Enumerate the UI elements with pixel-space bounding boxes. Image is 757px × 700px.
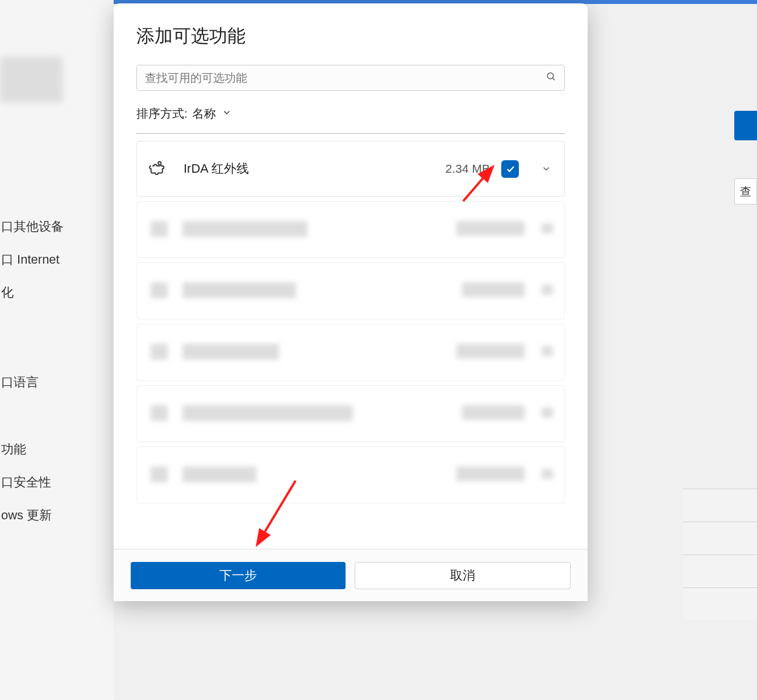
puzzle-icon bbox=[148, 160, 167, 178]
bg-nav-item: 口其他设备 bbox=[0, 210, 114, 243]
features-list[interactable]: IrDA 红外线 2.34 MB bbox=[136, 133, 565, 519]
feature-row-blurred bbox=[136, 447, 565, 503]
sort-label: 排序方式: bbox=[136, 106, 188, 122]
dialog-content: 添加可选功能 排序方式: 名称 bbox=[114, 3, 588, 549]
bg-right-button-accent bbox=[734, 111, 757, 140]
feature-row-blurred bbox=[136, 262, 565, 319]
dialog-footer: 下一步 取消 bbox=[114, 549, 588, 601]
feature-size: 2.34 MB bbox=[446, 162, 490, 176]
bg-right-button-outline: 查 bbox=[734, 178, 757, 205]
add-optional-feature-dialog: 添加可选功能 排序方式: 名称 bbox=[114, 3, 588, 601]
bg-nav-item: 化 bbox=[0, 276, 114, 309]
feature-name: IrDA 红外线 bbox=[184, 160, 434, 177]
svg-point-0 bbox=[547, 73, 554, 79]
sort-value: 名称 bbox=[192, 106, 216, 122]
chevron-down-icon bbox=[222, 107, 232, 120]
feature-checkbox-checked[interactable] bbox=[501, 160, 519, 178]
bg-nav-item: 口 Internet bbox=[0, 243, 114, 276]
bg-nav-item: 功能 bbox=[0, 433, 114, 466]
feature-row-irda[interactable]: IrDA 红外线 2.34 MB bbox=[136, 141, 565, 197]
dialog-title: 添加可选功能 bbox=[136, 24, 565, 49]
search-icon bbox=[546, 72, 556, 85]
bg-right-list-rows bbox=[683, 489, 757, 602]
bg-right-button-label: 查 bbox=[740, 184, 751, 199]
sort-dropdown[interactable]: 排序方式: 名称 bbox=[136, 106, 565, 133]
bg-nav-item: 口安全性 bbox=[0, 466, 114, 499]
search-input-container[interactable] bbox=[136, 65, 565, 91]
bg-nav-list: 口其他设备 口 Internet 化 口语言 功能 口安全性 ows 更新 bbox=[0, 210, 114, 532]
feature-row-blurred bbox=[136, 201, 565, 258]
bg-nav-item: 口语言 bbox=[0, 366, 114, 399]
next-button[interactable]: 下一步 bbox=[131, 562, 346, 589]
svg-line-1 bbox=[552, 78, 555, 80]
feature-row-blurred bbox=[136, 385, 565, 442]
feature-row-blurred bbox=[136, 324, 565, 381]
chevron-down-icon[interactable] bbox=[539, 164, 553, 174]
bg-nav-item: ows 更新 bbox=[0, 499, 114, 532]
bg-user-avatar-blur bbox=[0, 57, 63, 102]
cancel-button[interactable]: 取消 bbox=[355, 562, 571, 589]
search-input[interactable] bbox=[145, 72, 546, 85]
